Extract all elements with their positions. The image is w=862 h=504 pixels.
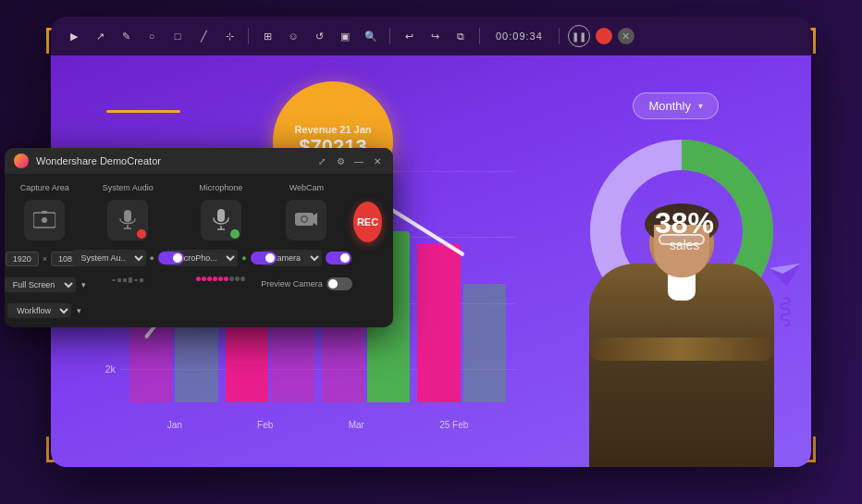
mic-dot-5 [218, 277, 223, 281]
mic-dot-7 [229, 277, 234, 281]
svg-marker-20 [314, 213, 317, 226]
capture-section: Capture Area × Full Screen Window Custom [16, 183, 74, 318]
audio-mute-badge [137, 229, 146, 239]
audio-toggle[interactable] [158, 252, 184, 264]
donut-label: sales [655, 238, 714, 252]
toolbar-close-button[interactable]: ✕ [618, 28, 634, 44]
toolbar: ▶ ↗ ✎ ○ □ ╱ ⊹ ⊞ ☺ ↺ ▣ 🔍 ↩ ↪ ⧉ 00:09:34 ❚… [51, 17, 811, 55]
toolbar-timer: 00:09:34 [496, 31, 543, 42]
svg-rect-11 [124, 210, 131, 222]
toolbar-sep-2 [389, 28, 390, 44]
webcam-section: WebCam Camera Preview Camera [275, 183, 339, 290]
x-label-25feb: 25 Feb [439, 420, 468, 430]
capture-label: Capture Area [20, 183, 69, 192]
rec-label: REC [357, 216, 378, 227]
preview-row: Preview Camera [261, 277, 352, 290]
panel-body: Capture Area × Full Screen Window Custom [5, 174, 393, 327]
view-chevron-icon: ▾ [81, 280, 86, 289]
tool-pencil[interactable]: ✎ [116, 26, 136, 46]
close-icon: ✕ [622, 31, 630, 43]
audio-bar-2 [117, 278, 121, 282]
audio-icon [118, 210, 137, 230]
panel-title-buttons: ⤢ ⚙ — ✕ [315, 154, 384, 167]
capture-icon [33, 211, 55, 229]
revenue-label: Revenue 21 Jan [294, 124, 371, 135]
svg-rect-10 [42, 211, 47, 214]
audio-bar-5 [134, 279, 138, 282]
person-arms [589, 338, 774, 361]
mic-toggle[interactable] [251, 252, 277, 264]
resolution-width-input[interactable] [6, 252, 39, 266]
audio-section: System Audio System Au... ● [89, 183, 167, 283]
preview-toggle[interactable] [326, 277, 352, 290]
workflow-select[interactable]: Workflow [7, 303, 71, 318]
toolbar-pause-button[interactable]: ❚❚ [568, 25, 590, 47]
workflow-row: Workflow ▾ [7, 303, 81, 318]
democreator-panel: Wondershare DemoCreator ⤢ ⚙ — ✕ Capture … [5, 148, 393, 327]
panel-expand-button[interactable]: ⤢ [315, 154, 328, 167]
mic-section: Microphone MicroPho... ● [182, 183, 260, 281]
audio-source-select[interactable]: System Au... [72, 250, 146, 266]
rec-button[interactable]: REC [353, 202, 382, 242]
toolbar-record-dot[interactable] [596, 28, 612, 44]
tool-arrow[interactable]: ↗ [90, 26, 110, 46]
y-label-2k: 2k [88, 363, 116, 375]
tool-export[interactable]: ⧉ [450, 26, 471, 46]
mic-dot-8 [235, 277, 240, 281]
audio-icon-box[interactable] [107, 200, 148, 240]
tool-play[interactable]: ▶ [64, 26, 84, 46]
tool-circle[interactable]: ○ [142, 26, 162, 46]
panel-title: Wondershare DemoCreator [36, 155, 308, 166]
title-underline [106, 110, 180, 113]
webcam-toggle[interactable] [326, 252, 351, 264]
democreator-logo [14, 154, 29, 168]
mic-active-badge [230, 229, 240, 239]
tool-grid[interactable]: ⊞ [257, 26, 277, 46]
audio-dropdown-row: System Au... ● [72, 250, 184, 266]
mic-dot-2 [202, 277, 206, 281]
mic-dot-1 [196, 277, 201, 281]
svg-point-9 [42, 217, 47, 223]
svg-point-19 [302, 217, 307, 222]
view-mode-select[interactable]: Full Screen Window Custom [5, 277, 76, 292]
webcam-label: WebCam [289, 183, 324, 192]
capture-icon-box[interactable] [24, 200, 65, 240]
resolution-separator: × [43, 254, 47, 264]
tool-emoji[interactable]: ☺ [283, 26, 303, 46]
donut-percent: 38% [655, 208, 714, 238]
toolbar-sep-4 [559, 28, 560, 44]
tool-plus[interactable]: ⊹ [219, 26, 240, 46]
audio-bar-3 [123, 278, 127, 281]
toolbar-sep-1 [248, 28, 249, 44]
mic-label: Microphone [199, 183, 242, 192]
x-label-mar: Mar [349, 420, 364, 430]
audio-bar-1 [112, 279, 116, 281]
tool-rotate[interactable]: ↺ [309, 26, 329, 46]
mic-dot-6 [224, 277, 228, 281]
panel-close-button[interactable]: ✕ [371, 154, 384, 167]
mic-dot-3 [207, 277, 212, 281]
tool-copy[interactable]: ▣ [335, 26, 355, 46]
webcam-icon-box[interactable] [286, 200, 326, 240]
webcam-icon [295, 211, 317, 229]
preview-label: Preview Camera [261, 279, 323, 289]
tool-line[interactable]: ╱ [193, 26, 214, 46]
toolbar-sep-3 [479, 28, 480, 44]
donut-center-text: 38% sales [655, 208, 714, 252]
tool-search[interactable]: 🔍 [361, 26, 381, 46]
tool-rect[interactable]: □ [167, 26, 188, 46]
audio-bar-4 [129, 277, 132, 282]
audio-level-bars [112, 277, 143, 283]
svg-rect-14 [217, 209, 225, 222]
tool-redo[interactable]: ↪ [425, 26, 445, 46]
sales-analytics-block: Sales Analytics [106, 106, 180, 113]
x-label-feb: Feb [257, 420, 273, 430]
panel-settings-button[interactable]: ⚙ [334, 154, 347, 167]
mic-icon-box[interactable] [201, 200, 241, 240]
tool-undo[interactable]: ↩ [399, 26, 419, 46]
spiral-decoration [778, 296, 793, 328]
panel-minimize-button[interactable]: — [352, 154, 365, 167]
mic-active-dot: ● [241, 253, 246, 263]
mic-level-dots [196, 277, 245, 281]
audio-dot-icon: ● [150, 253, 154, 263]
